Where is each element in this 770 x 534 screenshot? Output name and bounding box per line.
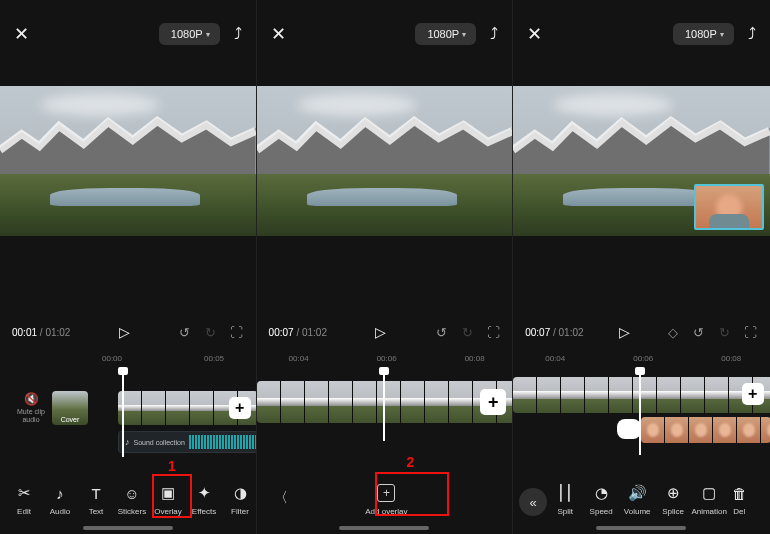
close-icon[interactable]: ✕ [271,23,286,45]
home-indicator [339,526,429,530]
undo-icon[interactable]: ↺ [692,325,706,340]
tool-animation[interactable]: ▢Animation [691,483,727,516]
panel-step-3: ✕ 1080P▾ ⤴ 3 00:07 / 01:02 ▷ ◇ ↺ ↻ ⛶ 00:… [513,0,770,534]
caret-down-icon: ▾ [720,30,724,39]
video-preview[interactable] [257,86,513,236]
text-icon: T [78,483,114,503]
undo-icon[interactable]: ↺ [178,325,192,340]
tool-filter[interactable]: ◑Filter [222,483,257,516]
add-clip-button[interactable]: + [480,389,506,415]
close-icon[interactable]: ✕ [14,23,29,45]
tool-splice[interactable]: ⊕Splice [655,483,691,516]
resolution-selector[interactable]: 1080P▾ [673,23,734,45]
playhead[interactable] [383,371,385,441]
annotation-number: 2 [407,454,415,470]
cover-thumbnail[interactable]: Cover [52,391,88,425]
mute-clip-audio[interactable]: 🔇Mute clip audio [16,393,46,424]
caret-down-icon: ▾ [462,30,466,39]
delete-icon: 🗑 [727,483,751,503]
redo-icon[interactable]: ↻ [460,325,474,340]
playhead[interactable] [639,371,641,455]
tool-speed[interactable]: ◔Speed [583,483,619,516]
music-icon: ♪ [42,483,78,503]
tool-split[interactable]: ⎮⎮Split [547,483,583,516]
play-icon[interactable]: ▷ [119,324,130,340]
video-preview[interactable]: 3 [513,86,770,236]
sticker-icon: ☺ [114,483,150,503]
collapse-button[interactable]: « [519,488,547,516]
tool-edit[interactable]: ✂Edit [6,483,42,516]
export-icon[interactable]: ⤴ [490,25,498,43]
caret-down-icon: ▾ [206,30,210,39]
play-icon[interactable]: ▷ [619,324,630,340]
time-display: 00:07 / 01:02 [525,327,583,338]
fullscreen-icon[interactable]: ⛶ [230,325,244,340]
undo-icon[interactable]: ↺ [434,325,448,340]
export-icon[interactable]: ⤴ [748,25,756,43]
annotation-number: 1 [168,458,176,474]
resolution-selector[interactable]: 1080P▾ [415,23,476,45]
speed-icon: ◔ [583,483,619,503]
video-clip-strip[interactable] [257,381,514,423]
tool-stickers[interactable]: ☺Stickers [114,483,150,516]
redo-icon[interactable]: ↻ [204,325,218,340]
timeline-ruler: 00:0400:0600:08 [257,340,513,363]
back-button[interactable]: 〈 [267,480,295,516]
tool-text[interactable]: TText [78,483,114,516]
sound-collection-track[interactable]: ♪Sound collection [118,431,257,453]
resolution-selector[interactable]: 1080P▾ [159,23,220,45]
redo-icon[interactable]: ↻ [718,325,732,340]
panel-step-1: ✕ 1080P▾ ⤴ 00:01 / 01:02 ▷ ↺ ↻ ⛶ 00:0000… [0,0,257,534]
bottom-toolbar: ✂Edit ♪Audio TText ☺Stickers ▣Overlay ✦E… [0,483,256,516]
export-icon[interactable]: ⤴ [234,25,242,43]
resolution-label: 1080P [171,28,203,40]
tool-delete[interactable]: 🗑Del [727,483,751,516]
annotation-box [375,472,449,516]
animation-icon: ▢ [691,483,727,503]
overlay-track-handle[interactable] [617,419,641,439]
fullscreen-icon[interactable]: ⛶ [486,325,500,340]
filter-icon: ◑ [222,483,257,503]
playhead[interactable] [122,371,124,457]
home-indicator [83,526,173,530]
play-icon[interactable]: ▷ [375,324,386,340]
timeline-ruler: 00:0000:05 [0,340,256,363]
overlay-clip-strip[interactable] [641,417,770,443]
music-note-icon: ♪ [125,437,130,447]
tool-volume[interactable]: 🔊Volume [619,483,655,516]
tool-audio[interactable]: ♪Audio [42,483,78,516]
annotation-box [152,474,192,518]
close-icon[interactable]: ✕ [527,23,542,45]
scissors-icon: ✂ [6,483,42,503]
video-clip-strip[interactable] [513,377,770,413]
fullscreen-icon[interactable]: ⛶ [744,325,758,340]
speaker-muted-icon: 🔇 [16,393,46,406]
add-clip-button[interactable]: + [229,397,251,419]
volume-icon: 🔊 [619,483,655,503]
bottom-toolbar: « ⎮⎮Split ◔Speed 🔊Volume ⊕Splice ▢Animat… [513,483,770,516]
keyframe-icon[interactable]: ◇ [666,325,680,340]
timeline-ruler: 00:0400:0600:08 [513,340,770,363]
header: ✕ 1080P▾ ⤴ [0,0,256,56]
add-clip-button[interactable]: + [742,383,764,405]
splice-icon: ⊕ [655,483,691,503]
panel-step-2: ✕ 1080P▾ ⤴ 00:07 / 01:02 ▷ ↺ ↻ ⛶ 00:0400… [257,0,514,534]
time-display: 00:01 / 01:02 [12,327,70,338]
home-indicator [596,526,686,530]
time-display: 00:07 / 01:02 [269,327,327,338]
video-preview[interactable] [0,86,256,236]
split-icon: ⎮⎮ [547,483,583,503]
overlay-pip[interactable] [694,184,764,230]
